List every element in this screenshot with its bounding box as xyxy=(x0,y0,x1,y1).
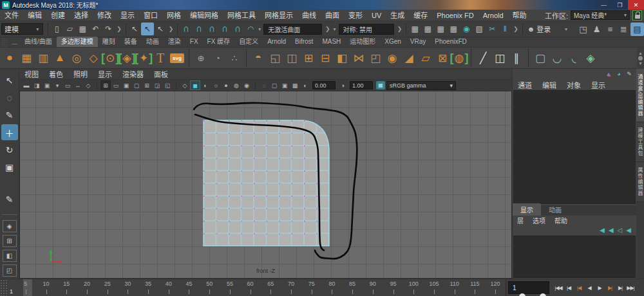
four-pane-layout-button[interactable]: ⊞ xyxy=(3,235,17,247)
minimize-button[interactable]: — xyxy=(596,0,612,10)
fill-hole-icon[interactable]: ⊞ xyxy=(300,49,317,67)
snap-to-curve-icon[interactable]: ⊂ xyxy=(193,23,205,35)
color-management-icon[interactable]: ▦ xyxy=(376,81,385,89)
menu-set-selector[interactable]: 建模 ▾ xyxy=(1,23,43,35)
smooth-icon[interactable]: ◍ xyxy=(451,49,468,67)
select-tool[interactable]: ↖ xyxy=(1,72,18,88)
xray-active-icon[interactable]: ▣ xyxy=(279,80,290,90)
group-expander[interactable]: ❯ xyxy=(511,26,520,32)
center-pivot-icon[interactable]: ⊕ xyxy=(193,49,209,67)
camera-attributes-icon[interactable]: ▣ xyxy=(42,80,52,90)
shaded-icon[interactable]: ◼ xyxy=(190,80,200,90)
shelf-separator[interactable] xyxy=(189,49,189,67)
xray-joints-icon[interactable]: ▩ xyxy=(290,80,300,90)
pause-viewport-icon[interactable]: ‖ xyxy=(498,23,511,35)
freeze-transformations-icon[interactable]: ∴ xyxy=(226,49,243,67)
poly-plane-icon[interactable]: ◇ xyxy=(85,49,102,67)
live-surface-field[interactable]: 无激活曲面 xyxy=(263,24,322,35)
lock-camera-icon[interactable]: ◨ xyxy=(32,80,42,90)
symmetry-field[interactable]: 对称: 禁用 xyxy=(339,24,394,35)
sign-in-button[interactable]: ☻ 登录 ▾ xyxy=(525,23,571,35)
wireframe-icon[interactable]: ◇ xyxy=(180,80,190,90)
svg-tool-icon[interactable]: svg xyxy=(169,49,185,67)
render-settings-icon[interactable]: ▦ xyxy=(447,23,460,35)
shelf-separator[interactable] xyxy=(528,49,529,67)
save-scene-icon[interactable]: ▦ xyxy=(76,23,89,35)
chevron-down-icon[interactable]: ▼ xyxy=(638,61,643,66)
layer-menu-item[interactable]: 层 xyxy=(513,216,528,225)
shelf-separator[interactable] xyxy=(471,49,471,67)
relax-brush-icon[interactable]: ◡ xyxy=(549,49,565,67)
go-to-end-button[interactable]: ▶▶| xyxy=(625,281,636,294)
shelf-scrollbar[interactable]: ▲ ▼ xyxy=(637,48,644,69)
channel-box-menu-item[interactable]: 对象 xyxy=(562,80,586,90)
poly-cube-icon[interactable]: ▦ xyxy=(18,49,35,67)
play-forwards-button[interactable]: ▶ xyxy=(594,281,605,294)
menu-item[interactable]: 选择 xyxy=(70,10,93,21)
menu-item[interactable]: 曲线 xyxy=(298,10,321,21)
menu-item[interactable]: 帮助 xyxy=(508,10,531,21)
motion-blur-icon[interactable]: ◉ xyxy=(242,80,252,90)
textured-icon[interactable]: ◐ xyxy=(200,80,211,90)
step-forward-frame-button[interactable]: ▶| xyxy=(615,281,625,294)
shelf-tab[interactable]: XGen xyxy=(380,37,406,47)
prev-keyframe-button[interactable]: |◀ xyxy=(574,281,584,294)
hypershade-layout-button[interactable]: ◰ xyxy=(3,264,17,277)
toolbar-separator[interactable] xyxy=(97,81,97,89)
platonic-solid-icon[interactable]: ◈ xyxy=(118,49,135,67)
speed-state-icon[interactable]: ◕ xyxy=(614,70,623,79)
last-used-tool[interactable]: ✎ xyxy=(1,191,18,207)
poly-torus-icon[interactable]: ◎ xyxy=(68,49,85,67)
attribute-editor-toggle[interactable]: ≣ xyxy=(617,23,630,36)
layer-editor-tab[interactable]: 动画 xyxy=(541,203,569,216)
chevron-down-icon[interactable]: ▾ xyxy=(332,26,337,32)
resolution-gate-icon[interactable]: ▣ xyxy=(121,80,131,90)
menu-item[interactable]: 网格 xyxy=(162,10,185,21)
project-curve-icon[interactable]: ◰ xyxy=(367,49,384,67)
use-all-lights-icon[interactable]: ☼ xyxy=(211,80,221,90)
create-empty-layer-icon[interactable]: ◁ xyxy=(618,227,623,234)
viewport-canvas[interactable]: front -Z xyxy=(19,91,512,279)
humanik-toggle[interactable]: ♟ xyxy=(590,23,603,36)
channel-box-menu-item[interactable]: 显示 xyxy=(586,80,611,90)
close-button[interactable]: ✕ xyxy=(628,0,644,10)
gamma-icon[interactable]: ◑ xyxy=(337,80,348,90)
shelf-tab[interactable]: Arnold xyxy=(263,37,290,47)
shelf-tab[interactable]: Bifrost xyxy=(290,37,317,47)
shelf-tab[interactable]: FX xyxy=(185,37,203,47)
mirror-icon[interactable]: ◫ xyxy=(283,49,300,67)
shelf-tab[interactable]: 渲染 xyxy=(164,37,185,47)
menu-item[interactable]: UV xyxy=(367,10,386,21)
workspace-lock-button[interactable] xyxy=(632,10,642,21)
isolate-select-icon[interactable]: ◌ xyxy=(259,80,269,90)
menu-item[interactable]: Arnold xyxy=(478,10,508,21)
snap-to-point-icon[interactable]: ⊂ xyxy=(205,23,218,35)
current-frame-field[interactable] xyxy=(508,281,549,294)
toon-shading-icon[interactable]: ◉ xyxy=(460,23,473,35)
workspace-selector[interactable]: Maya 经典* ▾ xyxy=(571,10,630,20)
range-slider-handle[interactable] xyxy=(540,293,546,296)
layer-menu-item[interactable]: 选项 xyxy=(528,216,550,225)
hypershade-icon[interactable]: ▧ xyxy=(473,23,486,35)
channel-box-menu-item[interactable]: 编辑 xyxy=(537,80,562,90)
panel-menu-item[interactable]: 显示 xyxy=(93,69,117,79)
rotate-tool[interactable]: ↻ xyxy=(1,142,18,158)
show-manipulator-icon[interactable]: ▲ xyxy=(604,70,613,79)
menu-item[interactable]: 编辑 xyxy=(23,10,46,21)
bridge-icon[interactable]: ⋈ xyxy=(350,49,367,67)
new-scene-icon[interactable]: ▯ xyxy=(50,23,63,35)
snap-to-projected-center-icon[interactable]: ⊂ xyxy=(218,23,231,35)
safe-title-icon[interactable]: ◱ xyxy=(162,80,173,90)
channel-box-menu-item[interactable]: 通道 xyxy=(513,80,537,90)
ipr-render-icon[interactable]: ▦ xyxy=(434,23,447,35)
create-layer-from-selected-icon[interactable]: ◀ xyxy=(626,227,631,234)
channel-box-toggle[interactable]: ▤ xyxy=(630,23,644,36)
open-scene-icon[interactable]: ▱ xyxy=(63,23,76,35)
shelf-tab[interactable]: PhoenixFD xyxy=(430,37,471,47)
shadows-icon[interactable]: ● xyxy=(221,80,231,90)
snap-to-view-plane-icon[interactable]: ⊂ xyxy=(231,23,244,35)
timeline-grip[interactable] xyxy=(0,279,8,296)
image-plane-icon[interactable]: ▭ xyxy=(62,80,73,90)
shelf-minimize-icon[interactable]: — xyxy=(9,41,20,47)
film-gate-icon[interactable]: ▭ xyxy=(111,80,121,90)
